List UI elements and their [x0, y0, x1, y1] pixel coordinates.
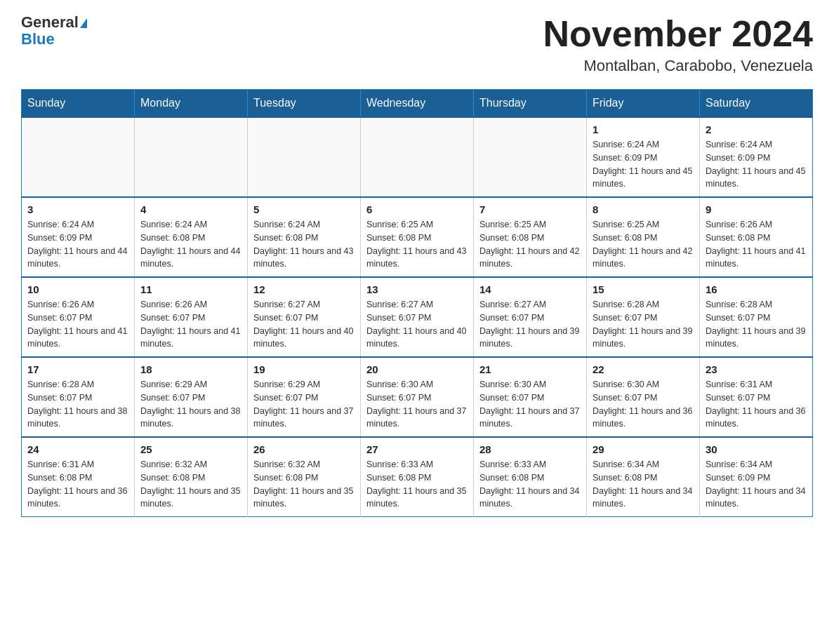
calendar-cell: 12Sunrise: 6:27 AMSunset: 6:07 PMDayligh…	[248, 277, 361, 357]
calendar-cell: 11Sunrise: 6:26 AMSunset: 6:07 PMDayligh…	[135, 277, 248, 357]
day-number: 25	[140, 443, 241, 455]
day-info: Sunrise: 6:26 AMSunset: 6:07 PMDaylight:…	[27, 298, 128, 351]
day-info: Sunrise: 6:33 AMSunset: 6:08 PMDaylight:…	[366, 458, 468, 511]
day-number: 24	[27, 443, 128, 455]
calendar-header: SundayMondayTuesdayWednesdayThursdayFrid…	[22, 90, 813, 118]
day-info: Sunrise: 6:24 AMSunset: 6:09 PMDaylight:…	[27, 218, 128, 271]
calendar-cell: 16Sunrise: 6:28 AMSunset: 6:07 PMDayligh…	[700, 277, 813, 357]
day-info: Sunrise: 6:30 AMSunset: 6:07 PMDaylight:…	[593, 378, 694, 431]
calendar-cell: 4Sunrise: 6:24 AMSunset: 6:08 PMDaylight…	[135, 197, 248, 277]
calendar-cell: 1Sunrise: 6:24 AMSunset: 6:09 PMDaylight…	[587, 117, 700, 197]
day-info: Sunrise: 6:32 AMSunset: 6:08 PMDaylight:…	[253, 458, 355, 511]
calendar-cell: 21Sunrise: 6:30 AMSunset: 6:07 PMDayligh…	[474, 357, 587, 437]
title-area: November 2024 Montalban, Carabobo, Venez…	[543, 14, 813, 75]
calendar-cell: 7Sunrise: 6:25 AMSunset: 6:08 PMDaylight…	[474, 197, 587, 277]
calendar-week-row: 10Sunrise: 6:26 AMSunset: 6:07 PMDayligh…	[22, 277, 813, 357]
day-info: Sunrise: 6:28 AMSunset: 6:07 PMDaylight:…	[27, 378, 128, 431]
day-info: Sunrise: 6:26 AMSunset: 6:07 PMDaylight:…	[140, 298, 241, 351]
day-number: 18	[140, 363, 241, 375]
day-number: 17	[27, 363, 128, 375]
calendar-cell: 2Sunrise: 6:24 AMSunset: 6:09 PMDaylight…	[700, 117, 813, 197]
day-info: Sunrise: 6:24 AMSunset: 6:08 PMDaylight:…	[140, 218, 241, 271]
day-number: 7	[479, 203, 581, 215]
day-number: 1	[593, 123, 694, 135]
calendar-cell: 5Sunrise: 6:24 AMSunset: 6:08 PMDaylight…	[248, 197, 361, 277]
day-number: 19	[253, 363, 355, 375]
calendar-cell	[135, 117, 248, 197]
day-info: Sunrise: 6:31 AMSunset: 6:07 PMDaylight:…	[706, 378, 807, 431]
day-number: 16	[706, 283, 807, 295]
calendar-body: 1Sunrise: 6:24 AMSunset: 6:09 PMDaylight…	[22, 117, 813, 517]
calendar-cell: 28Sunrise: 6:33 AMSunset: 6:08 PMDayligh…	[474, 437, 587, 517]
day-number: 27	[366, 443, 468, 455]
calendar-cell	[474, 117, 587, 197]
weekday-header-wednesday: Wednesday	[361, 90, 474, 118]
calendar-cell: 23Sunrise: 6:31 AMSunset: 6:07 PMDayligh…	[700, 357, 813, 437]
day-number: 15	[593, 283, 694, 295]
calendar-cell: 17Sunrise: 6:28 AMSunset: 6:07 PMDayligh…	[22, 357, 135, 437]
calendar-week-row: 3Sunrise: 6:24 AMSunset: 6:09 PMDaylight…	[22, 197, 813, 277]
weekday-header-tuesday: Tuesday	[248, 90, 361, 118]
day-number: 6	[366, 203, 468, 215]
day-info: Sunrise: 6:34 AMSunset: 6:09 PMDaylight:…	[706, 458, 807, 511]
calendar-cell: 13Sunrise: 6:27 AMSunset: 6:07 PMDayligh…	[361, 277, 474, 357]
day-number: 5	[253, 203, 355, 215]
calendar-cell	[22, 117, 135, 197]
day-info: Sunrise: 6:29 AMSunset: 6:07 PMDaylight:…	[140, 378, 241, 431]
day-number: 23	[706, 363, 807, 375]
day-info: Sunrise: 6:25 AMSunset: 6:08 PMDaylight:…	[366, 218, 468, 271]
day-info: Sunrise: 6:30 AMSunset: 6:07 PMDaylight:…	[479, 378, 581, 431]
day-number: 8	[593, 203, 694, 215]
day-number: 20	[366, 363, 468, 375]
day-number: 26	[253, 443, 355, 455]
calendar-cell: 27Sunrise: 6:33 AMSunset: 6:08 PMDayligh…	[361, 437, 474, 517]
calendar-table: SundayMondayTuesdayWednesdayThursdayFrid…	[21, 89, 813, 517]
calendar-cell: 29Sunrise: 6:34 AMSunset: 6:08 PMDayligh…	[587, 437, 700, 517]
calendar-cell	[361, 117, 474, 197]
calendar-cell: 15Sunrise: 6:28 AMSunset: 6:07 PMDayligh…	[587, 277, 700, 357]
day-number: 29	[593, 443, 694, 455]
day-info: Sunrise: 6:30 AMSunset: 6:07 PMDaylight:…	[366, 378, 468, 431]
logo-general: General	[21, 13, 79, 31]
day-info: Sunrise: 6:26 AMSunset: 6:08 PMDaylight:…	[706, 218, 807, 271]
day-info: Sunrise: 6:27 AMSunset: 6:07 PMDaylight:…	[366, 298, 468, 351]
weekday-header-friday: Friday	[587, 90, 700, 118]
day-number: 30	[706, 443, 807, 455]
logo-blue: Blue	[21, 30, 55, 48]
location-title: Montalban, Carabobo, Venezuela	[543, 57, 813, 75]
weekday-header-monday: Monday	[135, 90, 248, 118]
day-info: Sunrise: 6:24 AMSunset: 6:09 PMDaylight:…	[593, 138, 694, 191]
calendar-cell: 24Sunrise: 6:31 AMSunset: 6:08 PMDayligh…	[22, 437, 135, 517]
page-header: General Blue November 2024 Montalban, Ca…	[21, 14, 813, 75]
day-number: 11	[140, 283, 241, 295]
calendar-cell: 6Sunrise: 6:25 AMSunset: 6:08 PMDaylight…	[361, 197, 474, 277]
day-info: Sunrise: 6:25 AMSunset: 6:08 PMDaylight:…	[593, 218, 694, 271]
calendar-cell: 25Sunrise: 6:32 AMSunset: 6:08 PMDayligh…	[135, 437, 248, 517]
day-number: 9	[706, 203, 807, 215]
calendar-cell: 10Sunrise: 6:26 AMSunset: 6:07 PMDayligh…	[22, 277, 135, 357]
calendar-week-row: 17Sunrise: 6:28 AMSunset: 6:07 PMDayligh…	[22, 357, 813, 437]
calendar-cell: 14Sunrise: 6:27 AMSunset: 6:07 PMDayligh…	[474, 277, 587, 357]
day-number: 21	[479, 363, 581, 375]
calendar-cell	[248, 117, 361, 197]
calendar-week-row: 24Sunrise: 6:31 AMSunset: 6:08 PMDayligh…	[22, 437, 813, 517]
day-info: Sunrise: 6:24 AMSunset: 6:08 PMDaylight:…	[253, 218, 355, 271]
weekday-header-sunday: Sunday	[22, 90, 135, 118]
day-info: Sunrise: 6:27 AMSunset: 6:07 PMDaylight:…	[253, 298, 355, 351]
weekday-header-thursday: Thursday	[474, 90, 587, 118]
day-number: 28	[479, 443, 581, 455]
calendar-cell: 9Sunrise: 6:26 AMSunset: 6:08 PMDaylight…	[700, 197, 813, 277]
logo: General Blue	[21, 14, 87, 48]
day-info: Sunrise: 6:24 AMSunset: 6:09 PMDaylight:…	[706, 138, 807, 191]
day-number: 4	[140, 203, 241, 215]
day-number: 12	[253, 283, 355, 295]
calendar-cell: 22Sunrise: 6:30 AMSunset: 6:07 PMDayligh…	[587, 357, 700, 437]
calendar-cell: 19Sunrise: 6:29 AMSunset: 6:07 PMDayligh…	[248, 357, 361, 437]
calendar-cell: 20Sunrise: 6:30 AMSunset: 6:07 PMDayligh…	[361, 357, 474, 437]
calendar-cell: 30Sunrise: 6:34 AMSunset: 6:09 PMDayligh…	[700, 437, 813, 517]
logo-text: General Blue	[21, 14, 87, 48]
weekday-row: SundayMondayTuesdayWednesdayThursdayFrid…	[22, 90, 813, 118]
day-info: Sunrise: 6:33 AMSunset: 6:08 PMDaylight:…	[479, 458, 581, 511]
day-number: 13	[366, 283, 468, 295]
day-number: 14	[479, 283, 581, 295]
